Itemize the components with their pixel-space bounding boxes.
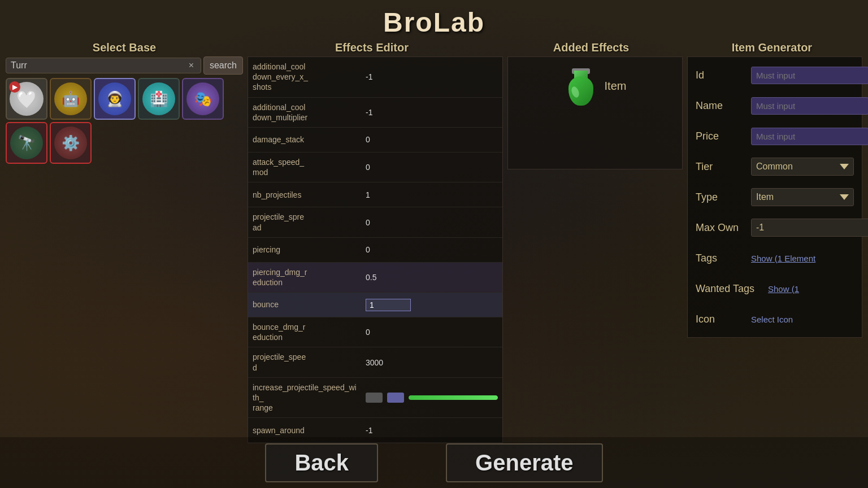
added-effects-panel: Item <box>507 56 683 169</box>
progress-fill <box>409 395 498 400</box>
gen-input-id[interactable] <box>751 67 868 84</box>
gen-input-max-own[interactable] <box>751 219 868 237</box>
effect-row-proj-speed: projectile_speed 3000 <box>248 347 502 377</box>
effect-name-attack-speed: attack_speed_mod <box>248 155 361 180</box>
gen-dropdown-tier-value: Common <box>756 162 840 172</box>
effect-row-cooldown-mult: additional_cooldown_multiplier -1 <box>248 98 502 128</box>
gen-row-name: Name <box>696 93 854 118</box>
effect-value-cooldown-mult[interactable]: -1 <box>361 106 502 119</box>
gen-select-icon-link[interactable]: Select Icon <box>751 315 854 324</box>
effects-list[interactable]: additional_cooldown_every_x_shots -1 add… <box>248 57 502 443</box>
effect-row-piercing: piercing 0 <box>248 238 502 263</box>
gen-row-wanted-tags: Wanted Tags Show (1 <box>696 276 854 301</box>
search-bar: Turr × search <box>6 56 243 75</box>
gen-label-price: Price <box>696 130 747 142</box>
search-button[interactable]: search <box>203 56 243 75</box>
gen-row-max-own: Max Own <box>696 215 854 240</box>
item-generator-panel: Id Name Price Tier Common Type <box>687 56 862 338</box>
potion-icon <box>564 66 598 106</box>
effect-name-bounce: bounce <box>248 297 361 312</box>
effect-name-proj-speed: projectile_speed <box>248 350 361 374</box>
gen-label-id: Id <box>696 69 747 81</box>
progress-track <box>409 395 498 400</box>
toggle-on-btn[interactable] <box>387 393 404 403</box>
bounce-input[interactable] <box>366 299 411 311</box>
effect-row-damage-stack: damage_stack 0 <box>248 128 502 152</box>
gen-dropdown-tier[interactable]: Common <box>751 158 854 176</box>
effect-name-damage-stack: damage_stack <box>248 132 361 147</box>
effect-value-attack-speed[interactable]: 0 <box>361 160 502 174</box>
gen-input-price[interactable] <box>751 128 868 145</box>
section-header-effects: Effects Editor <box>243 41 501 54</box>
char-icon-7: ⚙️ <box>54 127 87 159</box>
char-icon-5: 🎭 <box>186 82 219 115</box>
gen-label-wanted-tags: Wanted Tags <box>696 283 763 295</box>
effect-row-proj-speed-range: increase_projectile_speed_with_range <box>248 378 502 419</box>
effect-name-proj-speed-range: increase_projectile_speed_with_range <box>248 380 361 416</box>
character-item-1[interactable]: 🤍 ▶ <box>6 78 47 120</box>
gen-row-tier: Tier Common <box>696 154 854 179</box>
section-header-generator: Item Generator <box>682 41 862 54</box>
char-icon-1: 🤍 <box>16 89 37 109</box>
gen-label-type: Type <box>696 191 747 203</box>
effect-row-proj-spread: projectile_spread 0 <box>248 207 502 237</box>
effect-name-bounce-dmg: bounce_dmg_reduction <box>248 320 361 345</box>
search-input-wrapper[interactable]: Turr × <box>6 58 201 73</box>
gen-row-type: Type Item <box>696 185 854 210</box>
effect-value-cooldown-shots[interactable]: -1 <box>361 70 502 84</box>
gen-tags-link[interactable]: Show (1 Element <box>751 254 854 263</box>
bottom-buttons: Back Generate <box>0 437 868 488</box>
effect-value-spawn-around[interactable]: -1 <box>361 424 502 437</box>
clear-button[interactable]: × <box>186 60 196 71</box>
character-item-3[interactable]: 👨‍🚀 <box>94 78 136 120</box>
effect-value-piercing[interactable]: 0 <box>361 243 502 256</box>
gen-wanted-tags-link[interactable]: Show (1 <box>768 284 854 294</box>
character-item-5[interactable]: 🎭 <box>182 78 224 120</box>
char-icon-4: 🏥 <box>142 82 175 115</box>
effect-value-proj-speed[interactable]: 3000 <box>361 356 502 369</box>
effect-row-piercing-dmg: piercing_dmg_reduction 0.5 <box>248 263 502 293</box>
app-title: BroLab <box>0 0 868 41</box>
effect-name-cooldown-mult: additional_cooldown_multiplier <box>248 100 361 125</box>
effect-value-bounce-dmg[interactable]: 0 <box>361 325 502 339</box>
effect-value-nb-proj[interactable]: 1 <box>361 188 502 202</box>
effect-row-attack-speed: attack_speed_mod 0 <box>248 152 502 182</box>
effect-name-proj-spread: projectile_spread <box>248 210 361 234</box>
gen-label-icon: Icon <box>696 313 747 325</box>
gen-row-id: Id <box>696 63 854 88</box>
effect-name-piercing-dmg: piercing_dmg_reduction <box>248 265 361 290</box>
search-input-value: Turr <box>11 60 186 71</box>
back-button[interactable]: Back <box>265 443 378 482</box>
toggle-off-btn[interactable] <box>366 393 383 403</box>
type-dropdown-arrow <box>840 194 849 200</box>
char-icon-2: 🤖 <box>54 82 87 115</box>
added-item: Item <box>564 66 627 106</box>
effect-value-piercing-dmg[interactable]: 0.5 <box>361 271 502 284</box>
effect-row-bounce: bounce <box>248 293 502 317</box>
effect-name-spawn-around: spawn_around <box>248 423 361 438</box>
gen-label-tags: Tags <box>696 252 747 264</box>
section-header-added: Added Effects <box>501 41 682 54</box>
effect-row-cooldown-shots: additional_cooldown_every_x_shots -1 <box>248 57 502 98</box>
gen-row-price: Price <box>696 124 854 149</box>
gen-row-tags: Tags Show (1 Element <box>696 246 854 271</box>
character-item-6[interactable]: 🔭 <box>6 122 47 164</box>
char-badge-1: ▶ <box>9 81 20 93</box>
character-grid: 🤍 ▶ 🤖 👨‍🚀 🏥 🎭 🔭 <box>6 78 243 164</box>
generate-button[interactable]: Generate <box>446 443 602 482</box>
character-item-7[interactable]: ⚙️ <box>50 122 92 164</box>
char-icon-3: 👨‍🚀 <box>98 82 131 115</box>
character-item-2[interactable]: 🤖 <box>50 78 92 120</box>
effect-name-nb-proj: nb_projectiles <box>248 188 361 202</box>
gen-label-tier: Tier <box>696 161 747 173</box>
character-item-4[interactable]: 🏥 <box>138 78 180 120</box>
added-label: Item <box>605 80 627 93</box>
gen-input-name[interactable] <box>751 97 868 115</box>
gen-label-max-own: Max Own <box>696 222 747 234</box>
effect-value-damage-stack[interactable]: 0 <box>361 133 502 146</box>
gen-row-icon: Icon Select Icon <box>696 307 854 332</box>
effect-row-nb-proj: nb_projectiles 1 <box>248 182 502 207</box>
effect-value-proj-spread[interactable]: 0 <box>361 216 502 229</box>
gen-dropdown-type[interactable]: Item <box>751 188 854 206</box>
effect-name-cooldown-shots: additional_cooldown_every_x_shots <box>248 59 361 95</box>
